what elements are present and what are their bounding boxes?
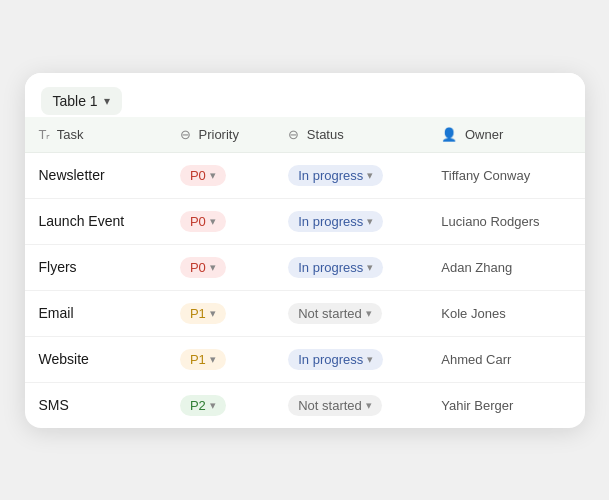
- priority-dropdown-icon: ▾: [210, 399, 216, 412]
- table-row: FlyersP0 ▾In progress ▾Adan Zhang: [25, 244, 585, 290]
- main-table: Tᵣ Task ⊖ Priority ⊖ Status 👤 Owner News…: [25, 117, 585, 428]
- status-badge[interactable]: In progress ▾: [288, 257, 383, 278]
- table-row: EmailP1 ▾Not started ▾Kole Jones: [25, 290, 585, 336]
- col-header-owner: 👤 Owner: [427, 117, 584, 153]
- cell-owner: Adan Zhang: [427, 244, 584, 290]
- priority-dropdown-icon: ▾: [210, 353, 216, 366]
- owner-name: Ahmed Carr: [441, 352, 511, 367]
- status-badge[interactable]: In progress ▾: [288, 165, 383, 186]
- table-row: SMSP2 ▾Not started ▾Yahir Berger: [25, 382, 585, 428]
- cell-priority: P1 ▾: [166, 336, 274, 382]
- table-head: Tᵣ Task ⊖ Priority ⊖ Status 👤 Owner: [25, 117, 585, 153]
- table-row: Launch EventP0 ▾In progress ▾Luciano Rod…: [25, 198, 585, 244]
- cell-task: Newsletter: [25, 152, 166, 198]
- col-label-task: Task: [57, 127, 84, 142]
- col-label-owner: Owner: [465, 127, 503, 142]
- cell-priority: P2 ▾: [166, 382, 274, 428]
- task-name: Website: [39, 351, 89, 367]
- priority-dropdown-icon: ▾: [210, 169, 216, 182]
- priority-col-icon: ⊖: [180, 127, 191, 142]
- table-card: Table 1 ▾ Tᵣ Task ⊖ Priority ⊖ Status: [25, 73, 585, 428]
- task-name: Email: [39, 305, 74, 321]
- cell-owner: Tiffany Conway: [427, 152, 584, 198]
- cell-task: SMS: [25, 382, 166, 428]
- priority-dropdown-icon: ▾: [210, 307, 216, 320]
- cell-owner: Yahir Berger: [427, 382, 584, 428]
- cell-status: Not started ▾: [274, 290, 427, 336]
- priority-badge[interactable]: P2 ▾: [180, 395, 226, 416]
- table-body: NewsletterP0 ▾In progress ▾Tiffany Conwa…: [25, 152, 585, 428]
- col-label-priority: Priority: [199, 127, 239, 142]
- cell-status: In progress ▾: [274, 198, 427, 244]
- priority-dropdown-icon: ▾: [210, 215, 216, 228]
- col-label-status: Status: [307, 127, 344, 142]
- owner-name: Tiffany Conway: [441, 168, 530, 183]
- table-title-button[interactable]: Table 1 ▾: [41, 87, 122, 115]
- table-row: NewsletterP0 ▾In progress ▾Tiffany Conwa…: [25, 152, 585, 198]
- priority-badge[interactable]: P1 ▾: [180, 349, 226, 370]
- status-dropdown-icon: ▾: [367, 169, 373, 182]
- table-title-label: Table 1: [53, 93, 98, 109]
- cell-owner: Luciano Rodgers: [427, 198, 584, 244]
- cell-task: Flyers: [25, 244, 166, 290]
- header-row: Tᵣ Task ⊖ Priority ⊖ Status 👤 Owner: [25, 117, 585, 153]
- priority-badge[interactable]: P0 ▾: [180, 211, 226, 232]
- chevron-down-icon: ▾: [104, 94, 110, 108]
- cell-status: In progress ▾: [274, 152, 427, 198]
- priority-badge[interactable]: P0 ▾: [180, 165, 226, 186]
- task-name: SMS: [39, 397, 69, 413]
- status-dropdown-icon: ▾: [367, 215, 373, 228]
- status-badge[interactable]: In progress ▾: [288, 349, 383, 370]
- cell-priority: P1 ▾: [166, 290, 274, 336]
- priority-badge[interactable]: P1 ▾: [180, 303, 226, 324]
- priority-badge[interactable]: P0 ▾: [180, 257, 226, 278]
- status-dropdown-icon: ▾: [366, 399, 372, 412]
- status-dropdown-icon: ▾: [367, 261, 373, 274]
- cell-task: Launch Event: [25, 198, 166, 244]
- owner-col-icon: 👤: [441, 127, 457, 142]
- status-badge[interactable]: Not started ▾: [288, 303, 382, 324]
- owner-name: Yahir Berger: [441, 398, 513, 413]
- col-header-priority: ⊖ Priority: [166, 117, 274, 153]
- cell-status: Not started ▾: [274, 382, 427, 428]
- owner-name: Kole Jones: [441, 306, 505, 321]
- cell-priority: P0 ▾: [166, 244, 274, 290]
- table-header-bar: Table 1 ▾: [25, 73, 585, 117]
- cell-priority: P0 ▾: [166, 152, 274, 198]
- task-name: Newsletter: [39, 167, 105, 183]
- cell-owner: Ahmed Carr: [427, 336, 584, 382]
- status-badge[interactable]: In progress ▾: [288, 211, 383, 232]
- status-badge[interactable]: Not started ▾: [288, 395, 382, 416]
- cell-task: Website: [25, 336, 166, 382]
- cell-owner: Kole Jones: [427, 290, 584, 336]
- col-header-status: ⊖ Status: [274, 117, 427, 153]
- status-col-icon: ⊖: [288, 127, 299, 142]
- owner-name: Luciano Rodgers: [441, 214, 539, 229]
- col-header-task: Tᵣ Task: [25, 117, 166, 153]
- cell-status: In progress ▾: [274, 336, 427, 382]
- owner-name: Adan Zhang: [441, 260, 512, 275]
- table-row: WebsiteP1 ▾In progress ▾Ahmed Carr: [25, 336, 585, 382]
- task-name: Flyers: [39, 259, 77, 275]
- cell-status: In progress ▾: [274, 244, 427, 290]
- status-dropdown-icon: ▾: [367, 353, 373, 366]
- status-dropdown-icon: ▾: [366, 307, 372, 320]
- priority-dropdown-icon: ▾: [210, 261, 216, 274]
- cell-task: Email: [25, 290, 166, 336]
- task-col-icon: Tᵣ: [39, 127, 50, 142]
- cell-priority: P0 ▾: [166, 198, 274, 244]
- task-name: Launch Event: [39, 213, 125, 229]
